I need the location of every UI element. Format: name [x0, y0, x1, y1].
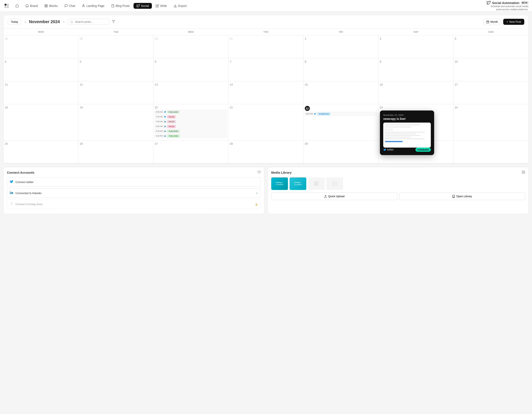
day-number: 13	[155, 83, 227, 86]
cal-cell-nov21[interactable]: 21	[228, 104, 303, 140]
media-buttons: Quick Upload Open Library	[271, 193, 525, 200]
twitter-account-label: Connect twitter	[15, 181, 258, 184]
post-item-nov20-3[interactable]: 7:45 AM FAILED	[155, 120, 227, 124]
day-number: 5	[80, 60, 152, 63]
post-time: 8:00 PM	[306, 113, 313, 115]
svg-line-14	[72, 22, 73, 23]
nav-chat[interactable]: Chat	[62, 3, 78, 9]
cal-cell-nov2[interactable]: 2	[379, 36, 453, 58]
cal-cell-nov27[interactable]: 27	[153, 140, 228, 163]
prev-month-button[interactable]: ‹	[24, 19, 27, 25]
quick-upload-button[interactable]: Quick Upload	[271, 193, 398, 200]
connected-check-icon: ✓	[256, 192, 258, 195]
cal-cell-nov20[interactable]: 20 6:55 AM PUBLISHED 7:00 AM FAILED	[153, 104, 228, 140]
media-thumb-4[interactable]	[326, 177, 343, 190]
preview-line	[385, 126, 411, 128]
post-item-nov20-1[interactable]: 6:55 AM PUBLISHED	[155, 110, 227, 114]
cal-cell-nov16[interactable]: 16	[379, 81, 453, 104]
nav-brand[interactable]: Brand	[22, 3, 41, 9]
linkedin-icon	[163, 120, 166, 123]
linkedin-account-item[interactable]: Connected to linkedin ✓	[7, 188, 261, 198]
cal-cell-nov25[interactable]: 25	[4, 140, 78, 163]
nav-home[interactable]	[12, 3, 22, 9]
search-input[interactable]	[75, 20, 104, 23]
nav-landing-page[interactable]: Landing Page	[79, 3, 107, 9]
post-item-nov20-2[interactable]: 7:00 AM FAILED	[155, 115, 227, 119]
media-thumb-1[interactable]: rketing cs a new h	[271, 177, 288, 190]
cal-cell-nov5[interactable]: 5	[78, 58, 153, 81]
media-thumb-3[interactable]	[308, 177, 325, 190]
cal-cell-oct30[interactable]: 30	[153, 36, 228, 58]
cal-cell-nov11[interactable]: 11	[4, 81, 78, 104]
svg-point-26	[523, 172, 523, 172]
day-number: 2	[380, 37, 452, 40]
media-icon[interactable]	[522, 171, 525, 175]
app-title: Social Automation BETA Schedule and auto…	[486, 1, 529, 11]
post-time: 9:35 AM	[156, 125, 163, 127]
bottom-panels: Connect Accounts Connect twitter Connect…	[3, 167, 529, 214]
month-view-button[interactable]: Month	[483, 18, 501, 25]
svg-point-23	[164, 135, 165, 136]
cal-cell-nov26[interactable]: 26	[78, 140, 153, 163]
media-thumb-2[interactable]: rketing cs a new h	[290, 177, 306, 190]
cal-cell-oct28[interactable]: 28	[4, 36, 78, 58]
post-item-nov20-6[interactable]: 9:20 PM PUBLISHED	[155, 134, 227, 138]
calendar-grid: 28 29 30 31 1 2 3 4 5 6 7 8 9 10 11 12 1…	[4, 36, 528, 163]
cal-cell-nov13[interactable]: 13	[153, 81, 228, 104]
cal-cell-nov19[interactable]: 19	[78, 104, 153, 140]
post-item-nov20-4[interactable]: 9:35 AM FAILED	[155, 124, 227, 129]
nav-social-label: Social	[141, 4, 149, 8]
day-number: 19	[80, 106, 152, 109]
cal-cell-nov7[interactable]: 7	[228, 58, 303, 81]
nav-write[interactable]: Write	[153, 3, 170, 9]
cal-cell-nov15[interactable]: 15	[304, 81, 379, 104]
cal-cell-nov28[interactable]: 28	[228, 140, 303, 163]
svg-rect-2	[5, 6, 7, 8]
svg-marker-15	[112, 20, 115, 23]
cal-cell-nov24[interactable]: 24	[454, 104, 528, 140]
day-number: 29	[80, 37, 152, 40]
cal-cell-nov10[interactable]: 10	[454, 58, 528, 81]
app-name: Social Automation	[492, 1, 519, 5]
app-logo[interactable]	[3, 2, 10, 9]
cal-cell-nov17[interactable]: 17	[454, 81, 528, 104]
nav-social[interactable]: Social	[133, 3, 152, 9]
nav-export[interactable]: Export	[171, 3, 190, 9]
svg-point-20	[164, 121, 165, 121]
svg-rect-9	[47, 6, 48, 7]
day-number: 16	[380, 83, 452, 86]
cal-cell-oct31[interactable]: 31	[228, 36, 303, 58]
preview-checkbox	[391, 129, 392, 130]
cal-cell-nov8[interactable]: 8	[304, 58, 379, 81]
cal-cell-nov6[interactable]: 6	[153, 58, 228, 81]
post-item-nov20-5[interactable]: 6:25 PM PUBLISHED	[155, 129, 227, 133]
cal-cell-nov18[interactable]: 18	[4, 104, 78, 140]
post-item-nov22[interactable]: 8:00 PM SCHEDULED	[305, 112, 377, 116]
day-number: 27	[155, 142, 227, 145]
settings-icon[interactable]	[257, 171, 261, 175]
cal-cell-nov1[interactable]: 1	[304, 36, 379, 58]
cal-cell-nov12[interactable]: 12	[78, 81, 153, 104]
new-post-button[interactable]: + New Post	[503, 19, 524, 25]
cal-cell-nov22[interactable]: 22 8:00 PM SCHEDULED November 22, 2024 n…	[304, 104, 379, 140]
nav-blocks[interactable]: Blocks	[41, 3, 60, 9]
day-number: 1	[305, 37, 377, 40]
next-month-button[interactable]: ›	[62, 19, 65, 25]
cal-cell-nov4[interactable]: 4	[4, 58, 78, 81]
cal-cell-nov29[interactable]: 29	[304, 140, 379, 163]
nav-landing-label: Landing Page	[86, 4, 104, 8]
nav-brand-label: Brand	[30, 4, 38, 8]
media-thumb-gray-4	[326, 177, 343, 190]
twitter-account-item[interactable]: Connect twitter	[7, 177, 261, 187]
filter-icon[interactable]	[112, 20, 115, 24]
panel-header: Media Library	[271, 171, 525, 175]
cal-cell-oct29[interactable]: 29	[78, 36, 153, 58]
cal-cell-nov9[interactable]: 9	[379, 58, 453, 81]
day-number: 8	[305, 60, 377, 63]
open-library-button[interactable]: Open Library	[399, 193, 525, 200]
cal-cell-nov3[interactable]: 3	[454, 36, 528, 58]
today-button[interactable]: Today	[8, 19, 21, 25]
cal-cell-dec1[interactable]	[454, 140, 528, 163]
cal-cell-nov14[interactable]: 14	[228, 81, 303, 104]
nav-blog-posts[interactable]: Blog Posts	[108, 3, 133, 9]
